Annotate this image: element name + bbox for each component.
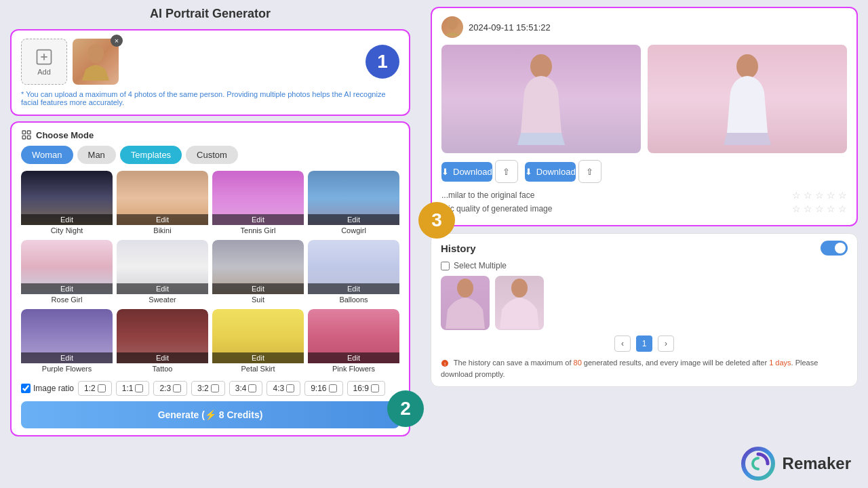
template-card-balloons[interactable]: Edit Balloons bbox=[308, 240, 399, 305]
select-multiple-row: Select Multiple bbox=[441, 261, 848, 270]
history-section: History Select Multiple ‹ 1 bbox=[431, 233, 858, 387]
ratio-9-16[interactable]: 9:16 bbox=[304, 381, 342, 396]
remove-photo-button[interactable]: × bbox=[111, 35, 123, 47]
template-card-rose-girl[interactable]: Edit Rose Girl bbox=[21, 240, 113, 305]
template-edit-9[interactable]: Edit bbox=[117, 352, 208, 363]
template-edit-10[interactable]: Edit bbox=[212, 352, 304, 363]
image-ratio-checkbox[interactable] bbox=[21, 384, 31, 393]
template-card-bikini[interactable]: Edit Bikini bbox=[117, 171, 208, 236]
svg-point-9 bbox=[530, 54, 552, 79]
svg-rect-5 bbox=[27, 131, 31, 134]
history-header: History bbox=[441, 241, 848, 256]
history-images bbox=[441, 276, 848, 330]
template-card-petal-skirt[interactable]: Edit Petal Skirt bbox=[212, 309, 304, 374]
template-card-cowgirl[interactable]: Edit Cowgirl bbox=[308, 171, 399, 236]
history-title: History bbox=[441, 243, 476, 254]
ratio-1-1[interactable]: 1:1 bbox=[116, 381, 150, 396]
template-card-city-night[interactable]: Edit City Night bbox=[21, 171, 113, 236]
template-card-pink-flowers[interactable]: Edit Pink Flowers bbox=[308, 309, 399, 374]
download-row: ⬇ Download ⇧ ⬇ Download ⇧ bbox=[441, 160, 847, 183]
result-date: 2024-09-11 15:51:22 bbox=[469, 22, 551, 33]
add-label: Add bbox=[37, 68, 51, 76]
template-label-9: Tattoo bbox=[117, 363, 208, 374]
choose-mode-header: Choose Mode bbox=[21, 129, 399, 140]
template-edit-4[interactable]: Edit bbox=[21, 283, 113, 294]
download-group-2: ⬇ Download ⇧ bbox=[525, 160, 601, 183]
download-button-1[interactable]: ⬇ Download bbox=[441, 162, 492, 182]
template-edit-6[interactable]: Edit bbox=[212, 283, 304, 294]
history-toggle[interactable] bbox=[821, 241, 848, 256]
mode-section: Choose Mode Woman Man Templates Custom E… bbox=[10, 121, 410, 436]
tab-templates[interactable]: Templates bbox=[120, 146, 182, 164]
image-ratio-row: Image ratio 1:2 1:1 2:3 3:2 3:4 4:3 9:16… bbox=[21, 381, 399, 396]
template-card-tattoo[interactable]: Edit Tattoo bbox=[117, 309, 208, 374]
stars-1[interactable]: ☆ ☆ ☆ ☆ ☆ bbox=[792, 190, 847, 201]
prev-page-button[interactable]: ‹ bbox=[614, 336, 631, 352]
select-multiple-label: Select Multiple bbox=[454, 261, 507, 270]
generate-button[interactable]: Generate (⚡ 8 Credits) bbox=[21, 401, 399, 428]
ratio-3-4[interactable]: 3:4 bbox=[229, 381, 263, 396]
next-page-button[interactable]: › bbox=[658, 336, 674, 352]
template-label-4: Rose Girl bbox=[21, 294, 113, 305]
template-edit-7[interactable]: Edit bbox=[308, 283, 399, 294]
template-card-suit[interactable]: Edit Suit bbox=[212, 240, 304, 305]
ratio-1-2[interactable]: 1:2 bbox=[78, 381, 112, 396]
template-edit-11[interactable]: Edit bbox=[308, 352, 399, 363]
select-multiple-checkbox[interactable] bbox=[441, 262, 450, 270]
rating-row-2: ...ic quality of generated image ☆ ☆ ☆ ☆… bbox=[441, 203, 847, 214]
share-button-2[interactable]: ⇧ bbox=[578, 160, 601, 183]
template-edit-8[interactable]: Edit bbox=[21, 352, 113, 363]
stars-2[interactable]: ☆ ☆ ☆ ☆ ☆ bbox=[792, 203, 847, 214]
svg-point-10 bbox=[736, 54, 758, 79]
remaker-logo: Remaker bbox=[431, 446, 858, 481]
ratio-3-2[interactable]: 3:2 bbox=[191, 381, 225, 396]
template-label-6: Suit bbox=[212, 294, 304, 305]
template-edit-1[interactable]: Edit bbox=[117, 214, 208, 225]
template-label-3: Cowgirl bbox=[308, 225, 399, 236]
add-photo-button[interactable]: Add bbox=[21, 39, 67, 85]
current-page: 1 bbox=[636, 336, 652, 352]
upload-section: Add × 1 * You can upload a maximum of 4 … bbox=[10, 29, 410, 116]
svg-point-8 bbox=[447, 18, 458, 30]
history-image-2[interactable] bbox=[495, 276, 544, 330]
tab-woman[interactable]: Woman bbox=[21, 146, 73, 164]
template-label-0: City Night bbox=[21, 225, 113, 236]
step2-badge: 2 bbox=[387, 390, 424, 427]
template-card-sweater[interactable]: Edit Sweater bbox=[117, 240, 208, 305]
history-notice: ! The history can save a maximum of 80 g… bbox=[441, 357, 848, 380]
template-edit-0[interactable]: Edit bbox=[21, 214, 113, 225]
step3-badge: 3 bbox=[418, 202, 455, 239]
page-title: AI Portrait Generator bbox=[10, 7, 410, 21]
template-grid: Edit City Night Edit Bikini Edit Tennis … bbox=[21, 171, 399, 374]
tab-man[interactable]: Man bbox=[77, 146, 116, 164]
template-edit-5[interactable]: Edit bbox=[117, 283, 208, 294]
download-button-2[interactable]: ⬇ Download bbox=[525, 162, 576, 182]
template-card-purple-flowers[interactable]: Edit Purple Flowers bbox=[21, 309, 113, 374]
template-edit-2[interactable]: Edit bbox=[212, 214, 304, 225]
tab-custom[interactable]: Custom bbox=[186, 146, 238, 164]
uploaded-photo: × bbox=[73, 39, 119, 85]
upload-hint: * You can upload a maximum of 4 photos o… bbox=[21, 90, 399, 106]
template-label-8: Purple Flowers bbox=[21, 363, 113, 374]
mode-section-wrapper: Choose Mode Woman Man Templates Custom E… bbox=[10, 121, 410, 481]
share-button-1[interactable]: ⇧ bbox=[495, 160, 518, 183]
template-edit-3[interactable]: Edit bbox=[308, 214, 399, 225]
rating-label-1: ...milar to the original face bbox=[441, 190, 534, 200]
image-ratio-label: Image ratio bbox=[21, 384, 74, 393]
template-label-10: Petal Skirt bbox=[212, 363, 304, 374]
left-panel: AI Portrait Generator Add bbox=[0, 0, 420, 488]
ratio-16-9[interactable]: 16:9 bbox=[347, 381, 385, 396]
svg-point-11 bbox=[457, 279, 473, 298]
ratio-2-3[interactable]: 2:3 bbox=[153, 381, 187, 396]
template-label-11: Pink Flowers bbox=[308, 363, 399, 374]
ratio-4-3[interactable]: 4:3 bbox=[267, 381, 300, 396]
result-image-2 bbox=[648, 45, 847, 153]
svg-text:!: ! bbox=[444, 361, 446, 367]
template-label-2: Tennis Girl bbox=[212, 225, 304, 236]
template-card-tennis-girl[interactable]: Edit Tennis Girl bbox=[212, 171, 304, 236]
svg-rect-4 bbox=[22, 131, 26, 134]
result-image-1 bbox=[441, 45, 641, 153]
svg-point-3 bbox=[87, 44, 104, 63]
history-image-1[interactable] bbox=[441, 276, 490, 330]
generate-area: Generate (⚡ 8 Credits) bbox=[21, 401, 399, 428]
